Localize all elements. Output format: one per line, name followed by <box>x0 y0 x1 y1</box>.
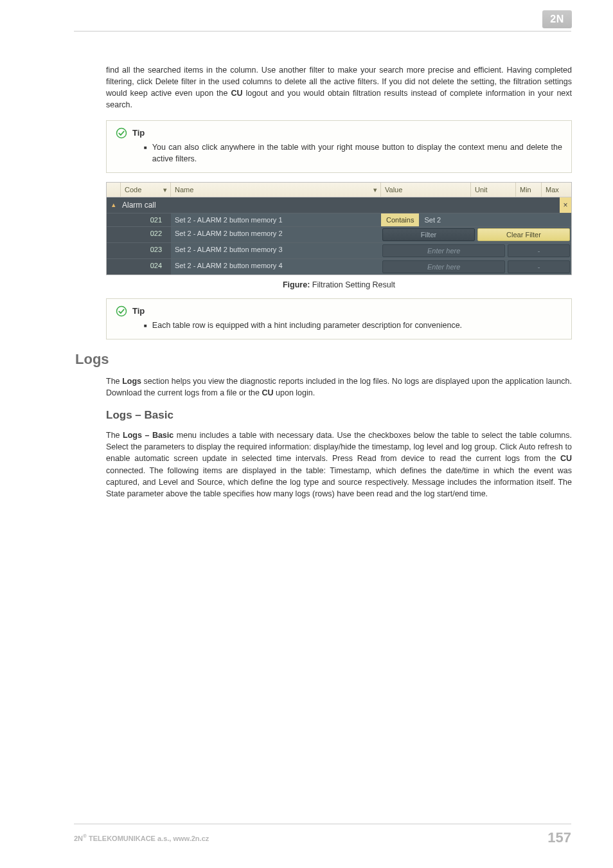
range-input[interactable]: - <box>508 260 570 273</box>
table-row: 022 Set 2 - ALARM 2 button memory 2 Filt… <box>107 227 571 243</box>
table-row: 024 Set 2 - ALARM 2 button memory 4 Ente… <box>107 259 571 275</box>
filter-input[interactable]: Enter here <box>382 244 505 257</box>
contains-label: Contains <box>381 213 419 226</box>
logs-basic-paragraph: The Logs – Basic menu includes a table w… <box>106 429 572 500</box>
col-header-unit[interactable]: Unit <box>471 183 516 197</box>
col-header-code[interactable]: Code ▾ <box>121 183 171 197</box>
group-name: Alarm call <box>121 197 560 213</box>
cell-name: Set 2 - ALARM 2 button memory 2 <box>171 227 381 242</box>
filter-icon[interactable]: ▾ <box>163 185 167 194</box>
header-divider <box>74 31 571 32</box>
close-filter-icon[interactable]: × <box>560 197 571 213</box>
clear-filter-button[interactable]: Clear Filter <box>477 228 570 241</box>
filter-icon[interactable]: ▾ <box>373 185 377 194</box>
footer-company: 2N® TELEKOMUNIKACE a.s., www.2n.cz <box>74 833 209 842</box>
table-group-row[interactable]: ▴ Alarm call × <box>107 197 571 213</box>
table-header-row: Code ▾ Name ▾ Value Unit Min Max <box>107 183 571 197</box>
heading-logs: Logs <box>75 351 572 368</box>
cell-code: 022 <box>121 227 171 242</box>
col-header-max[interactable]: Max <box>542 183 571 197</box>
range-input[interactable]: - <box>508 244 570 257</box>
tip-box-2: Tip Each table row is equipped with a hi… <box>106 298 572 339</box>
table-row: 023 Set 2 - ALARM 2 button memory 3 Ente… <box>107 243 571 259</box>
cell-code: 024 <box>121 259 171 275</box>
col-header-value[interactable]: Value <box>381 183 471 197</box>
filter-input[interactable]: Enter here <box>382 260 505 273</box>
cell-name: Set 2 - ALARM 2 button memory 3 <box>171 243 381 258</box>
check-circle-icon <box>116 305 127 317</box>
check-circle-icon <box>116 127 127 139</box>
brand-logo: 2N <box>542 10 572 28</box>
footer-page-number: 157 <box>547 829 571 846</box>
tip-box-1: Tip You can also click anywhere in the t… <box>106 120 572 173</box>
cell-name: Set 2 - ALARM 2 button memory 1 <box>171 213 381 226</box>
svg-point-0 <box>117 128 127 138</box>
filter-button[interactable]: Filter <box>382 228 475 241</box>
col-header-name[interactable]: Name ▾ <box>171 183 381 197</box>
heading-logs-basic: Logs – Basic <box>106 409 572 422</box>
cell-code: 023 <box>121 243 171 258</box>
tip-title: Tip <box>132 128 145 138</box>
svg-point-1 <box>117 306 127 316</box>
figure-caption: Figure: Filtration Setting Result <box>106 280 572 289</box>
tip-bullet: You can also click anywhere in the table… <box>144 141 562 165</box>
contains-value: Set 2 <box>419 213 446 226</box>
table-row: 021 Set 2 - ALARM 2 button memory 1 Cont… <box>107 213 571 227</box>
cell-name: Set 2 - ALARM 2 button memory 4 <box>171 259 381 275</box>
cell-code: 021 <box>121 213 171 226</box>
collapse-icon[interactable]: ▴ <box>107 197 121 212</box>
tip-bullet: Each table row is equipped with a hint i… <box>144 320 562 331</box>
logs-paragraph: The Logs section helps you view the diag… <box>106 375 572 399</box>
filtration-table: Code ▾ Name ▾ Value Unit Min Max ▴ Alarm… <box>106 182 572 275</box>
tip-title: Tip <box>132 306 145 316</box>
intro-paragraph: find all the searched items in the colum… <box>106 64 572 111</box>
col-header-min[interactable]: Min <box>516 183 542 197</box>
